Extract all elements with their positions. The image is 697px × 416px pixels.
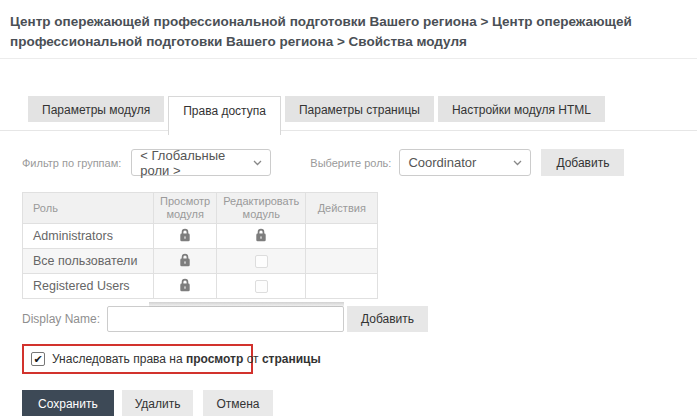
lock-icon — [179, 253, 191, 270]
lock-icon — [179, 228, 191, 245]
table-header-row: Роль Просмотр модуля Редактировать модул… — [23, 193, 378, 224]
tab-access-rights[interactable]: Права доступа — [168, 96, 281, 135]
cancel-button[interactable]: Отмена — [203, 390, 272, 416]
edit-permission-checkbox[interactable] — [255, 280, 268, 293]
filter-row: Фильтр по группам: < Глобальные роли > В… — [22, 149, 697, 176]
tab-page-params[interactable]: Параметры страницы — [285, 96, 434, 122]
lock-icon — [179, 278, 191, 295]
column-header-role: Роль — [23, 193, 154, 224]
inherit-view-checkbox[interactable]: ✔ — [31, 352, 45, 366]
choose-role-label: Выберите роль: — [310, 157, 391, 169]
delete-button[interactable]: Удалить — [122, 390, 194, 416]
add-role-button[interactable]: Добавить — [541, 149, 624, 176]
actions-cell — [306, 249, 378, 274]
lock-icon — [255, 228, 267, 245]
breadcrumb-title: Центр опережающей профессиональной подго… — [10, 12, 682, 52]
actions-cell — [306, 274, 378, 299]
tab-module-params[interactable]: Параметры модуля — [28, 96, 164, 122]
role-name: Registered Users — [23, 274, 154, 299]
role-name: Все пользователи — [23, 249, 154, 274]
role-select[interactable]: Coordinator — [399, 149, 531, 176]
display-name-input[interactable] — [107, 306, 344, 332]
column-header-actions: Действия — [306, 193, 378, 224]
module-properties-page: Центр опережающей профессиональной подго… — [0, 12, 697, 416]
table-row: Registered Users — [23, 274, 378, 299]
permissions-table: Роль Просмотр модуля Редактировать модул… — [22, 192, 378, 299]
table-row: Administrators — [23, 224, 378, 249]
display-name-label: Display Name: — [22, 312, 100, 326]
top-divider — [0, 58, 697, 59]
column-header-edit-module: Редактировать модуль — [217, 193, 306, 224]
actions-cell — [306, 224, 378, 249]
add-display-name-button[interactable]: Добавить — [347, 306, 428, 332]
save-button[interactable]: Сохранить — [22, 390, 114, 416]
group-filter-value: < Глобальные роли > — [140, 148, 247, 178]
edit-permission-checkbox[interactable] — [255, 255, 268, 268]
display-name-row: Display Name: Добавить — [22, 306, 697, 332]
group-filter-select[interactable]: < Глобальные роли > — [131, 149, 271, 176]
role-select-value: Coordinator — [408, 155, 476, 170]
tab-bar: Параметры модуля Права доступа Параметры… — [0, 96, 697, 135]
inherit-highlight-box: ✔ Унаследовать права на просмотр от стра… — [22, 344, 253, 374]
filter-groups-label: Фильтр по группам: — [22, 157, 121, 169]
role-name: Administrators — [23, 224, 154, 249]
column-header-view-module: Просмотр модуля — [154, 193, 217, 224]
input-top-shadow — [107, 306, 344, 332]
tab-html-module-settings[interactable]: Настройки модуля HTML — [438, 96, 605, 122]
action-buttons-row: Сохранить Удалить Отмена — [22, 390, 697, 416]
table-row: Все пользователи — [23, 249, 378, 274]
chevron-down-icon — [253, 160, 262, 166]
inherit-checkbox-label: Унаследовать права на просмотр от страни… — [52, 352, 321, 366]
chevron-down-icon — [513, 160, 522, 166]
